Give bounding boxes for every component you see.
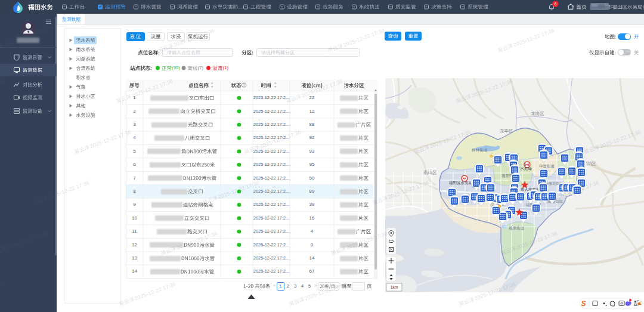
svg-text:S: S [581, 299, 586, 308]
svg-text:1km: 1km [390, 285, 398, 289]
